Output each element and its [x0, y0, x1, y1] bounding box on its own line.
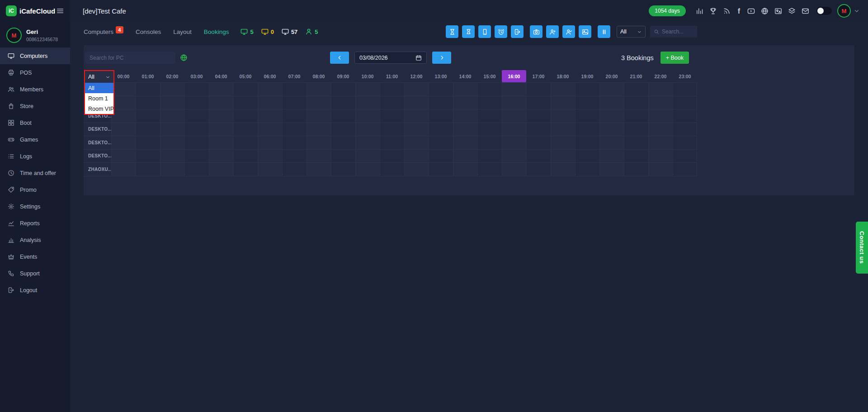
booking-slot-2-1100[interactable]	[380, 109, 404, 123]
booking-slot-0-0300[interactable]	[184, 83, 209, 96]
booking-slot-2-1900[interactable]	[575, 109, 599, 123]
booking-slot-5-2200[interactable]	[648, 150, 673, 163]
booking-slot-6-0600[interactable]	[258, 163, 282, 176]
booking-slot-6-2200[interactable]	[648, 163, 673, 176]
booking-slot-1-0300[interactable]	[184, 96, 209, 109]
date-input[interactable]: 03/08/2026	[354, 52, 427, 64]
sidebar-item-support[interactable]: Support	[0, 265, 70, 282]
booking-slot-4-1300[interactable]	[429, 136, 453, 149]
booking-slot-0-1500[interactable]	[477, 83, 502, 96]
sidebar-item-reports[interactable]: Reports	[0, 215, 70, 232]
booking-slot-1-1500[interactable]	[477, 96, 502, 109]
booking-slot-1-2200[interactable]	[648, 96, 673, 109]
booking-slot-0-0800[interactable]	[307, 83, 331, 96]
booking-slot-2-1300[interactable]	[429, 109, 453, 123]
booking-slot-0-2100[interactable]	[624, 83, 648, 96]
booking-slot-5-2100[interactable]	[624, 150, 648, 163]
booking-slot-2-1600[interactable]	[502, 109, 526, 123]
tab-computers[interactable]: Computers4	[84, 28, 123, 35]
booking-slot-5-0400[interactable]	[209, 150, 233, 163]
booking-slot-4-2200[interactable]	[648, 136, 673, 149]
tab-layout[interactable]: Layout	[173, 28, 192, 35]
booking-slot-6-1500[interactable]	[477, 163, 502, 176]
theme-toggle[interactable]	[816, 7, 832, 15]
booking-slot-0-1800[interactable]	[551, 83, 575, 96]
booking-slot-3-0900[interactable]	[331, 123, 355, 136]
booking-slot-3-1400[interactable]	[453, 123, 477, 136]
booking-slot-5-1000[interactable]	[355, 150, 380, 163]
user-check-button[interactable]	[562, 25, 575, 38]
booking-slot-1-1000[interactable]	[355, 96, 380, 109]
sidebar-item-logout[interactable]: Logout	[0, 282, 70, 298]
facebook-icon[interactable]: f	[736, 7, 741, 15]
booking-slot-2-1200[interactable]	[404, 109, 429, 123]
booking-slot-4-0300[interactable]	[184, 136, 209, 149]
booking-slot-1-2000[interactable]	[599, 96, 624, 109]
booking-slot-0-0500[interactable]	[233, 83, 258, 96]
booking-slot-2-1700[interactable]	[526, 109, 551, 123]
signout-button[interactable]	[511, 25, 524, 38]
booking-slot-1-1800[interactable]	[551, 96, 575, 109]
booking-slot-3-1700[interactable]	[526, 123, 551, 136]
booking-slot-2-0500[interactable]	[233, 109, 258, 123]
booking-slot-5-1700[interactable]	[526, 150, 551, 163]
booking-slot-5-2300[interactable]	[673, 150, 697, 163]
booking-slot-0-0400[interactable]	[209, 83, 233, 96]
booking-slot-6-0700[interactable]	[282, 163, 307, 176]
tab-consoles[interactable]: Consoles	[136, 28, 161, 35]
booking-slot-2-1400[interactable]	[453, 109, 477, 123]
booking-slot-1-1100[interactable]	[380, 96, 404, 109]
booking-slot-0-0000[interactable]	[111, 83, 136, 96]
booking-slot-6-0500[interactable]	[233, 163, 258, 176]
booking-slot-3-0200[interactable]	[160, 123, 184, 136]
booking-slot-6-1800[interactable]	[551, 163, 575, 176]
sidebar-item-games[interactable]: Games	[0, 131, 70, 148]
booking-slot-2-1000[interactable]	[355, 109, 380, 123]
booking-slot-3-2100[interactable]	[624, 123, 648, 136]
booking-slot-5-0600[interactable]	[258, 150, 282, 163]
booking-slot-0-1300[interactable]	[429, 83, 453, 96]
booking-slot-6-0400[interactable]	[209, 163, 233, 176]
photo-button[interactable]	[579, 25, 591, 38]
booking-slot-5-1900[interactable]	[575, 150, 599, 163]
booking-slot-3-0000[interactable]	[111, 123, 136, 136]
booking-slot-5-0200[interactable]	[160, 150, 184, 163]
prev-day-button[interactable]	[330, 52, 349, 64]
booking-slot-4-1800[interactable]	[551, 136, 575, 149]
booking-slot-2-1800[interactable]	[551, 109, 575, 123]
booking-slot-0-1700[interactable]	[526, 83, 551, 96]
booking-slot-4-0400[interactable]	[209, 136, 233, 149]
booking-slot-0-0200[interactable]	[160, 83, 184, 96]
contact-us-button[interactable]: Contact us	[856, 222, 868, 274]
booking-slot-6-1600[interactable]	[502, 163, 526, 176]
booking-slot-3-1900[interactable]	[575, 123, 599, 136]
booking-slot-0-1900[interactable]	[575, 83, 599, 96]
booking-slot-4-0800[interactable]	[307, 136, 331, 149]
booking-slot-4-2100[interactable]	[624, 136, 648, 149]
book-button[interactable]: + Book	[660, 52, 689, 64]
booking-slot-0-1600[interactable]	[502, 83, 526, 96]
booking-slot-4-0000[interactable]	[111, 136, 136, 149]
booking-slot-2-2300[interactable]	[673, 109, 697, 123]
booking-slot-0-2300[interactable]	[673, 83, 697, 96]
booking-slot-0-0100[interactable]	[136, 83, 160, 96]
booking-slot-1-2100[interactable]	[624, 96, 648, 109]
booking-slot-3-0400[interactable]	[209, 123, 233, 136]
booking-slot-4-0500[interactable]	[233, 136, 258, 149]
booking-slot-0-0700[interactable]	[282, 83, 307, 96]
chevron-down-icon[interactable]	[854, 8, 860, 14]
youtube-icon[interactable]	[747, 7, 755, 15]
pause-button[interactable]	[598, 25, 610, 38]
booking-slot-4-1600[interactable]	[502, 136, 526, 149]
booking-slot-1-0000[interactable]	[111, 96, 136, 109]
booking-slot-3-2300[interactable]	[673, 123, 697, 136]
booking-slot-0-1100[interactable]	[380, 83, 404, 96]
rss-icon[interactable]	[723, 7, 731, 15]
booking-slot-1-1600[interactable]	[502, 96, 526, 109]
booking-slot-0-1400[interactable]	[453, 83, 477, 96]
booking-slot-6-0200[interactable]	[160, 163, 184, 176]
booking-slot-1-0900[interactable]	[331, 96, 355, 109]
booking-slot-3-1100[interactable]	[380, 123, 404, 136]
camera-button[interactable]	[530, 25, 542, 38]
booking-slot-1-1300[interactable]	[429, 96, 453, 109]
